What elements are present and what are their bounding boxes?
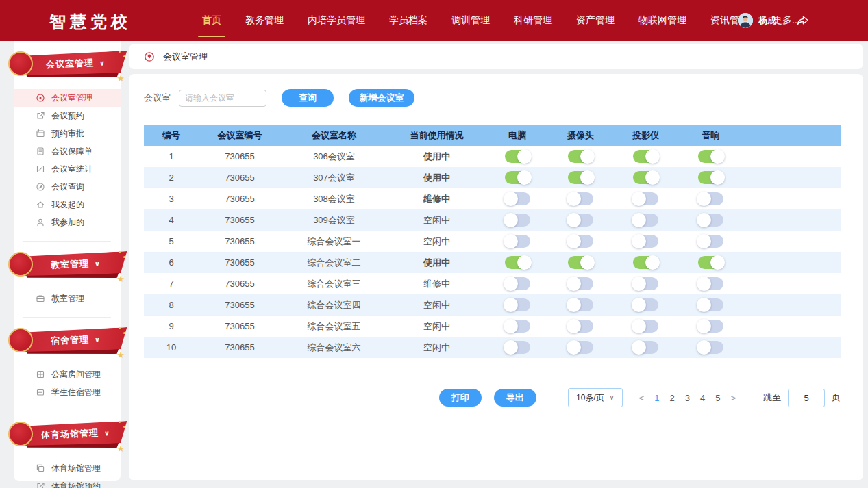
audio-toggle[interactable] <box>698 235 723 248</box>
projector-toggle[interactable] <box>633 256 658 269</box>
projector-toggle[interactable] <box>633 298 658 311</box>
sidebar-item-label: 会议室管理 <box>51 92 92 104</box>
camera-toggle[interactable] <box>568 235 593 248</box>
audio-toggle[interactable] <box>698 341 723 354</box>
audio-toggle[interactable] <box>698 320 723 333</box>
projector-toggle[interactable] <box>633 171 658 184</box>
sidebar-section-banner-1[interactable]: 教室管理 ∨★ <box>4 250 127 283</box>
sidebar-section-banner-3[interactable]: 体育场馆管理 ∨★ <box>4 420 127 452</box>
topnav-item-3[interactable]: 学员档案 <box>388 10 429 31</box>
audio-toggle[interactable] <box>698 214 723 227</box>
chevron-down-icon: ∨ <box>97 59 105 66</box>
camera-toggle[interactable] <box>568 171 593 184</box>
topnav-item-4[interactable]: 调训管理 <box>450 10 491 31</box>
audio-toggle[interactable] <box>698 277 723 290</box>
edit-icon <box>36 164 45 174</box>
camera-toggle[interactable] <box>568 192 593 205</box>
audio-toggle[interactable] <box>698 298 723 311</box>
toggle-cell <box>678 188 743 209</box>
prev-page-arrow[interactable]: < <box>639 393 645 403</box>
sidebar-item-label: 我发起的 <box>51 199 84 211</box>
sidebar-item-教室管理[interactable]: 教室管理 <box>14 290 121 307</box>
sidebar-item-预约审批[interactable]: 预约审批 <box>14 125 121 142</box>
page-number-4[interactable]: 4 <box>700 393 705 403</box>
audio-toggle[interactable] <box>698 192 723 205</box>
topnav-item-1[interactable]: 教务管理 <box>244 10 285 31</box>
computer-toggle[interactable] <box>505 277 530 290</box>
page-size-select[interactable]: 10条/页 ∨ <box>568 388 623 407</box>
add-room-button[interactable]: 新增会议室 <box>349 89 414 107</box>
section-divider <box>23 411 111 411</box>
sidebar-section-items: 会议室管理会议预约预约审批会议保障单会议室统计会议查询我发起的我参加的 <box>14 88 121 235</box>
sidebar-section-banner-2[interactable]: 宿舍管理 ∨★ <box>4 326 127 359</box>
camera-toggle[interactable] <box>568 277 593 290</box>
sidebar-item-会议查询[interactable]: 会议查询 <box>14 178 121 196</box>
user-name[interactable]: 杨成 <box>758 14 776 27</box>
sidebar-item-会议预约[interactable]: 会议预约 <box>14 107 121 125</box>
sidebar-item-会议室管理[interactable]: 会议室管理 <box>14 89 121 107</box>
toggle-knob <box>567 234 581 248</box>
next-page-arrow[interactable]: > <box>730 393 736 403</box>
projector-toggle[interactable] <box>633 341 658 354</box>
sidebar-item-学生住宿管理[interactable]: 学生住宿管理 <box>14 383 121 401</box>
camera-toggle[interactable] <box>568 214 593 227</box>
computer-toggle[interactable] <box>505 256 530 269</box>
computer-toggle[interactable] <box>505 192 530 205</box>
computer-toggle[interactable] <box>505 341 530 354</box>
projector-toggle[interactable] <box>633 150 658 163</box>
audio-toggle[interactable] <box>698 150 723 163</box>
projector-toggle[interactable] <box>633 192 658 205</box>
projector-toggle[interactable] <box>633 235 658 248</box>
topnav-item-2[interactable]: 内培学员管理 <box>306 10 367 31</box>
computer-toggle[interactable] <box>505 171 530 184</box>
forward-arrow-icon[interactable] <box>796 14 810 27</box>
page-number-2[interactable]: 2 <box>669 393 674 403</box>
projector-toggle[interactable] <box>633 320 658 333</box>
toggle-cell <box>548 167 613 188</box>
camera-toggle[interactable] <box>568 256 593 269</box>
computer-toggle[interactable] <box>505 320 530 333</box>
bed-icon <box>36 387 45 397</box>
toggle-knob <box>697 319 711 333</box>
topnav-item-0[interactable]: 首页 <box>201 10 223 31</box>
room-name: 综合会议室五 <box>281 316 387 337</box>
page-number-1[interactable]: 1 <box>654 393 659 403</box>
computer-toggle[interactable] <box>505 150 530 163</box>
computer-toggle[interactable] <box>505 298 530 311</box>
user-avatar[interactable] <box>738 13 753 28</box>
computer-toggle[interactable] <box>505 235 530 248</box>
search-button[interactable]: 查询 <box>282 89 334 107</box>
camera-toggle[interactable] <box>568 150 593 163</box>
topnav-item-5[interactable]: 科研管理 <box>512 10 554 31</box>
projector-toggle[interactable] <box>633 277 658 290</box>
page-number-5[interactable]: 5 <box>715 393 720 403</box>
topnav-item-6[interactable]: 资产管理 <box>575 10 616 31</box>
camera-toggle[interactable] <box>568 320 593 333</box>
sidebar-section-banner-0[interactable]: 会议室管理 ∨★ <box>4 49 127 82</box>
audio-toggle[interactable] <box>698 171 723 184</box>
camera-toggle[interactable] <box>568 341 593 354</box>
row-spacer <box>743 209 841 231</box>
sidebar-item-会议保障单[interactable]: 会议保障单 <box>14 142 121 160</box>
sidebar-item-我参加的[interactable]: 我参加的 <box>14 214 121 231</box>
toggle-knob <box>697 213 711 227</box>
jump-page-input[interactable] <box>788 389 825 407</box>
room-search-input[interactable] <box>179 90 266 107</box>
sidebar-item-会议室统计[interactable]: 会议室统计 <box>14 160 121 178</box>
topnav-item-7[interactable]: 物联网管理 <box>637 10 688 31</box>
sidebar-item-公寓房间管理[interactable]: 公寓房间管理 <box>14 365 121 383</box>
star-dot-icon <box>119 51 121 53</box>
sidebar-item-体育场馆管理[interactable]: 体育场馆管理 <box>14 459 121 477</box>
sidebar-item-我发起的[interactable]: 我发起的 <box>14 196 121 214</box>
audio-toggle[interactable] <box>698 256 723 269</box>
camera-toggle[interactable] <box>568 298 593 311</box>
row-number: 1 <box>144 146 199 167</box>
sidebar-item-体育场馆预约[interactable]: 体育场馆预约 <box>14 477 121 488</box>
projector-toggle[interactable] <box>633 214 658 227</box>
print-button[interactable]: 打印 <box>439 389 482 407</box>
export-button[interactable]: 导出 <box>494 389 536 407</box>
computer-toggle[interactable] <box>505 214 530 227</box>
toggle-knob <box>567 340 581 355</box>
ribbon-band: 教室管理 ∨ <box>23 251 127 277</box>
page-number-3[interactable]: 3 <box>685 393 690 403</box>
